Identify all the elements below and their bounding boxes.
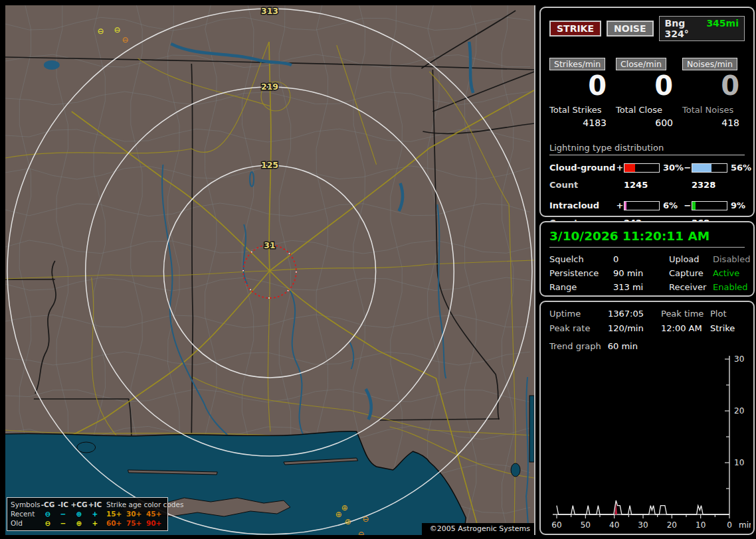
ic-plus-bar (624, 201, 660, 210)
close-per-min-column: Close/min 0 Total Close 600 (616, 57, 678, 128)
upload-status: Disabled (713, 254, 746, 264)
cloud-ground-row: Cloud-ground + 30% − 56% (549, 163, 745, 173)
strike-symbol: ⊖ (114, 25, 121, 35)
strike-symbol: ⊖ (98, 27, 104, 36)
bearing-display: Bng 324° 345mi (659, 16, 745, 41)
strike-filter-button[interactable]: STRIKE (549, 21, 601, 37)
total-close-value: 600 (616, 117, 678, 128)
total-strikes-value: 4183 (549, 117, 612, 128)
trend-graph-value: 60 min (608, 341, 638, 351)
trend-graph-label: Trend graph (549, 341, 601, 351)
squelch-label: Squelch (549, 254, 613, 264)
distribution-title: Lightning type distribution (549, 143, 745, 155)
neg-ic-recent-icon: − (56, 509, 70, 518)
capture-status: Active (713, 268, 746, 278)
uptime-value: 1367:05 (608, 309, 661, 319)
copyright-notice: ©2005 Astrogenic Systems (422, 523, 534, 535)
total-noises-label: Total Noises (682, 105, 745, 115)
plot-value: Strike (710, 323, 747, 333)
svg-text:30: 30 (638, 520, 648, 530)
range-value: 313 mi (613, 282, 669, 292)
neg-ic-old-icon: − (56, 518, 70, 528)
range-label: Range (549, 282, 613, 292)
total-strikes-label: Total Strikes (549, 105, 612, 115)
ring-label-313: 313 (261, 6, 278, 16)
bearing-distance: 345mi (706, 18, 739, 39)
counters-panel: STRIKE NOISE Bng 324° 345mi Strikes/min … (539, 7, 755, 217)
total-close-label: Total Close (616, 105, 678, 115)
svg-text:20: 20 (667, 520, 677, 530)
squelch-value: 0 (613, 254, 669, 264)
strike-symbol: ⊕ (341, 503, 348, 512)
cg-plus-count: 1245 (624, 180, 660, 190)
stats-panel: Uptime 1367:05 Peak time Plot Peak rate … (539, 301, 755, 535)
svg-text:50: 50 (581, 520, 591, 530)
neg-cg-recent-icon: ⊖ (40, 509, 56, 518)
peak-rate-label: Peak rate (549, 323, 608, 333)
upload-label: Upload (669, 254, 713, 264)
ring-label-125: 125 (261, 160, 278, 170)
intracloud-row: Intracloud + 6% − 9% (549, 200, 745, 210)
trend-graph: 6050403020100102030min (545, 350, 751, 531)
svg-text:0: 0 (727, 520, 732, 530)
svg-text:10: 10 (734, 458, 744, 467)
noises-per-min-column: Noises/min 0 Total Noises 418 (682, 57, 745, 128)
strike-symbol: ⊖ (122, 35, 129, 44)
persistence-value: 90 min (613, 268, 669, 278)
strikes-per-min-column: Strikes/min 0 Total Strikes 4183 (549, 57, 612, 128)
datetime-display: 3/10/2026 11:20:11 AM (549, 229, 745, 248)
plot-label: Plot (710, 309, 747, 319)
strikes-per-min-value: 0 (549, 72, 612, 100)
svg-text:60: 60 (551, 520, 561, 530)
receiver-status: Enabled (713, 282, 746, 292)
total-noises-value: 418 (682, 117, 745, 128)
legend-row-recent: Recent ⊖ − ⊕ + 15+ 30+ 45+ (11, 509, 164, 518)
settings-panel: 3/10/2026 11:20:11 AM Squelch 0 Upload D… (539, 221, 755, 297)
ic-minus-bar (692, 201, 727, 210)
uptime-label: Uptime (549, 309, 608, 319)
legend-row-old: Old ⊖ − ⊕ + 60+ 75+ 90+ (11, 518, 164, 528)
svg-text:40: 40 (609, 520, 619, 530)
neg-cg-old-icon: ⊖ (40, 518, 56, 528)
pos-cg-old-icon: ⊕ (70, 518, 88, 528)
ring-label-219: 219 (261, 82, 278, 92)
strikes-per-min-header: Strikes/min (549, 58, 605, 70)
legend-age-header: Strike age color codes (106, 500, 165, 509)
svg-text:20: 20 (734, 406, 744, 416)
radar-map[interactable]: 313 219 125 31 ⊖⊖⊖⊕⊕⊕⊖⊖ Symbols -CG -IC … (5, 5, 535, 535)
svg-text:10: 10 (696, 520, 706, 530)
close-per-min-header: Close/min (616, 58, 666, 70)
close-per-min-value: 0 (616, 72, 678, 100)
strike-symbol: ⊕ (335, 510, 342, 519)
svg-text:min: min (739, 520, 751, 530)
receiver-label: Receiver (669, 282, 713, 292)
map-canvas: 313 219 125 31 ⊖⊖⊖⊕⊕⊕⊖⊖ (5, 5, 534, 535)
noises-per-min-header: Noises/min (682, 58, 737, 70)
svg-text:30: 30 (734, 354, 744, 364)
capture-label: Capture (669, 268, 713, 278)
strike-symbol: ⊖ (363, 514, 369, 524)
noise-filter-button[interactable]: NOISE (607, 21, 653, 37)
cg-minus-count: 2328 (692, 180, 727, 190)
legend-symbols-header: Symbols (11, 500, 40, 509)
app-window: 313 219 125 31 ⊖⊖⊖⊕⊕⊕⊖⊖ Symbols -CG -IC … (0, 0, 756, 539)
pos-cg-recent-icon: ⊕ (70, 509, 88, 518)
cg-minus-bar (692, 163, 727, 173)
pos-ic-recent-icon: + (88, 509, 102, 518)
bearing-value: Bng 324° (665, 18, 699, 39)
cloud-ground-count-row: Count 1245 2328 (549, 180, 745, 190)
peak-rate-value: 120/min (608, 323, 661, 333)
cg-plus-bar (624, 163, 660, 173)
peak-time-label: Peak time (661, 309, 710, 319)
noises-per-min-value: 0 (682, 72, 745, 100)
strike-symbol: ⊕ (345, 517, 351, 526)
map-legend: Symbols -CG -IC +CG +IC Strike age color… (7, 497, 168, 531)
ring-label-31: 31 (264, 240, 275, 250)
peak-time-value: 12:00 AM (661, 323, 710, 333)
strike-symbol: ⊖ (358, 530, 365, 535)
persistence-label: Persistence (549, 268, 613, 278)
pos-ic-old-icon: + (88, 518, 102, 528)
